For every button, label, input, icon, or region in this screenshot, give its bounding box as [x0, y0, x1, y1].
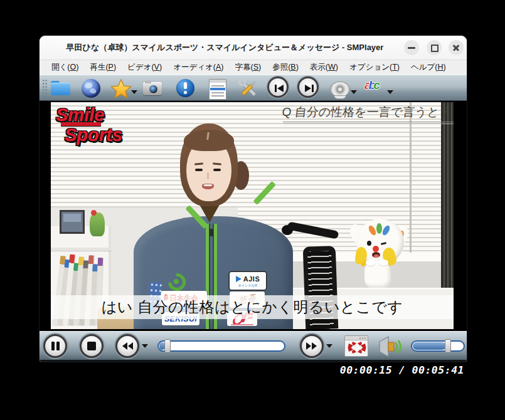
pause-button[interactable] — [43, 334, 67, 358]
window-frame-line — [410, 102, 412, 256]
toolbar: abc — [40, 75, 467, 101]
favorites-dropdown-caret[interactable] — [131, 90, 137, 94]
pause-icon — [51, 342, 55, 350]
window-title: 早田ひな（卓球）スマイルスポーツ・スマイルインタビュー＆メッセージ - SMPl… — [52, 36, 398, 60]
fast-forward-dropdown-caret[interactable] — [326, 344, 332, 348]
title-bar[interactable]: 早田ひな（卓球）スマイルスポーツ・スマイルインタビュー＆メッセージ - SMPl… — [40, 36, 467, 60]
close-button[interactable] — [449, 40, 464, 55]
smile-sports-logo: Smile Sports — [56, 106, 122, 144]
minimize-button[interactable] — [404, 40, 419, 55]
fullscreen-icon — [345, 336, 369, 357]
minimize-icon — [408, 47, 415, 49]
abc-icon: abc — [364, 78, 378, 92]
video-frame: 日本生命 AJIS エイシス九州 悠香 SEKISUI Smile — [51, 102, 454, 329]
previous-icon — [269, 78, 289, 98]
info-icon — [176, 79, 194, 97]
sponsor-patch-ajis: AJIS エイシス九州 — [230, 272, 266, 290]
toolbar-drag-handle[interactable] — [42, 79, 48, 98]
subtitles-dropdown-caret[interactable] — [387, 90, 393, 94]
information-button[interactable] — [173, 76, 197, 100]
audio-dropdown-caret[interactable] — [351, 90, 357, 94]
menu-item[interactable]: 字幕(S) — [229, 62, 267, 73]
volume-handle[interactable] — [445, 339, 451, 353]
video-region[interactable]: 日本生命 AJIS エイシス九州 悠香 SEKISUI Smile — [40, 101, 467, 331]
subtitles-button[interactable]: abc — [363, 76, 387, 100]
smplayer-window: 早田ひな（卓球）スマイルスポーツ・スマイルインタビュー＆メッセージ - SMPl… — [40, 36, 467, 362]
rewind-dropdown-caret[interactable] — [142, 344, 148, 348]
shelf-board — [51, 248, 111, 251]
control-bar — [40, 331, 467, 362]
maximize-button[interactable] — [427, 40, 442, 55]
subtitle-band: はい 自分の性格はとにかく明るいとこです — [51, 295, 454, 319]
next-chapter-button[interactable] — [297, 76, 319, 98]
screenshot-button[interactable] — [141, 76, 164, 100]
subtitle-text: はい 自分の性格はとにかく明るいとこです — [102, 297, 403, 317]
stop-button[interactable] — [80, 334, 104, 358]
volume-icon — [376, 335, 403, 358]
playlist-icon — [209, 79, 226, 100]
question-underline — [283, 122, 454, 124]
maximize-icon — [431, 45, 439, 52]
open-file-button[interactable] — [49, 76, 73, 100]
menu-item[interactable]: 表示(W) — [304, 62, 344, 73]
fast-forward-icon — [302, 336, 322, 356]
menu-item[interactable]: オーディオ(A) — [167, 62, 229, 73]
seek-slider[interactable] — [157, 340, 285, 352]
volume-level — [413, 342, 446, 350]
mute-button[interactable] — [376, 335, 403, 358]
globe-icon — [82, 79, 100, 98]
seek-handle[interactable] — [164, 339, 171, 353]
fast-forward-button[interactable] — [300, 334, 324, 358]
playlist-button[interactable] — [205, 76, 229, 100]
menu-bar: 開く(O)再生(P)ビデオ(V)オーディオ(A)字幕(S)参照(B)表示(W)オ… — [40, 60, 467, 75]
rewind-button[interactable] — [115, 334, 139, 358]
previous-chapter-button[interactable] — [267, 76, 289, 98]
preferences-button[interactable] — [237, 76, 260, 100]
time-display: 00:00:15 / 00:05:41 — [279, 364, 464, 376]
tools-icon — [238, 78, 259, 99]
menu-item[interactable]: ヘルプ(H) — [405, 62, 452, 73]
audio-button[interactable] — [327, 76, 351, 100]
rewind-icon — [117, 336, 137, 356]
photo-frame — [60, 210, 85, 234]
folder-icon — [51, 81, 70, 95]
favorites-button[interactable] — [109, 76, 133, 100]
menu-item[interactable]: 開く(O) — [46, 62, 84, 73]
volume-slider[interactable] — [411, 340, 465, 352]
stop-icon — [87, 342, 96, 350]
menu-item[interactable]: 参照(B) — [267, 62, 304, 73]
camera-icon — [143, 82, 162, 95]
interview-question: Q 自分の性格を一言で言うと？ — [265, 104, 452, 120]
star-icon — [110, 78, 132, 100]
fullscreen-button[interactable] — [344, 335, 368, 357]
dark-curtain-strip — [441, 102, 454, 288]
menu-item[interactable]: 再生(P) — [84, 62, 122, 73]
mascot-leaf-green — [376, 223, 382, 234]
menu-item[interactable]: ビデオ(V) — [122, 62, 167, 73]
plant — [90, 213, 105, 236]
open-url-button[interactable] — [79, 76, 103, 100]
menu-item[interactable]: オプション(T) — [344, 62, 405, 73]
next-icon — [299, 78, 319, 98]
